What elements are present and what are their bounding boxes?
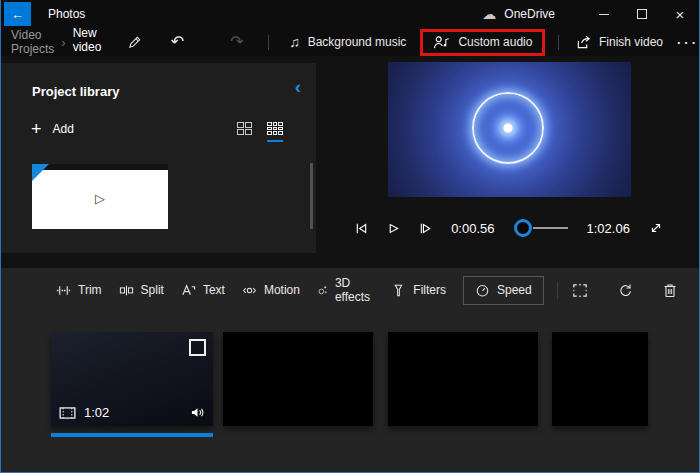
panel-scrollbar[interactable] [310, 163, 313, 229]
rename-button[interactable] [127, 35, 142, 50]
project-library-title: Project library [32, 84, 119, 99]
minimize-button[interactable] [585, 0, 623, 28]
small-grid-view-button-active[interactable] [267, 122, 283, 142]
maximize-icon [637, 9, 647, 19]
music-note-icon: ♫ [289, 35, 300, 49]
edit-toolbar: Trim Split Text Motion [56, 274, 700, 306]
onedrive-status[interactable]: ☁ OneDrive [482, 7, 555, 21]
video-preview[interactable] [388, 62, 631, 197]
undo-icon: ↶ [171, 34, 184, 50]
library-video-thumbnail[interactable]: ▷ [32, 164, 168, 229]
timeline-section: Trim Split Text Motion [1, 268, 699, 472]
motion-button[interactable]: Motion [242, 283, 300, 298]
aspect-ratio-icon [572, 283, 588, 298]
split-label: Split [141, 283, 164, 297]
minimize-icon [599, 14, 609, 15]
content-area: Project library ‹ + Add ▷ [1, 56, 699, 268]
seek-slider[interactable] [514, 219, 568, 237]
clip-info-bar: 1:02 [59, 405, 205, 420]
close-icon: × [676, 6, 685, 23]
current-time: 0:00.56 [451, 221, 494, 236]
timeline-clip-selected[interactable]: 1:02 [51, 332, 213, 426]
background-music-label: Background music [308, 35, 407, 49]
undo-button[interactable]: ↶ [171, 34, 184, 50]
fullscreen-button[interactable] [649, 221, 663, 235]
filters-icon [391, 283, 406, 298]
share-export-icon [576, 35, 591, 50]
project-library-panel: Project library ‹ + Add ▷ [1, 63, 316, 253]
split-button[interactable]: Split [119, 283, 164, 298]
clip-selection-indicator [51, 433, 213, 437]
split-icon [119, 283, 134, 298]
breadcrumb-new-video[interactable]: New video [73, 26, 104, 59]
app-title: Photos [48, 7, 85, 21]
chevron-right-icon: › [61, 35, 65, 50]
3d-effects-button[interactable]: 3D effects [317, 276, 374, 304]
titlebar: ← Photos ☁ OneDrive × [1, 0, 699, 28]
custom-audio-button-highlighted[interactable]: Custom audio [420, 29, 545, 56]
timeline-clip[interactable] [223, 332, 373, 426]
breadcrumb-video-projects[interactable]: Video Projects [11, 28, 54, 56]
speed-icon [475, 283, 490, 298]
trash-icon [663, 283, 677, 298]
play-button[interactable] [387, 222, 400, 235]
background-music-button[interactable]: ♫ Background music [289, 35, 406, 49]
add-label: Add [53, 122, 74, 136]
rotate-button[interactable] [618, 283, 633, 298]
timeline-clip[interactable] [388, 332, 538, 426]
chevron-left-icon: ‹ [295, 76, 301, 97]
text-label: Text [203, 283, 225, 297]
back-icon: ← [11, 7, 24, 22]
clip-duration: 1:02 [84, 405, 109, 420]
previous-frame-button[interactable] [355, 222, 368, 235]
finish-video-label: Finish video [599, 35, 663, 49]
play-icon [387, 222, 400, 235]
playback-controls: 0:00.56 1:02.06 [353, 212, 665, 244]
close-button[interactable]: × [661, 0, 699, 28]
view-toggles [237, 122, 283, 142]
ellipsis-icon: ··· [677, 35, 699, 50]
motion-label: Motion [264, 283, 300, 297]
delete-button[interactable] [663, 283, 677, 298]
edit-toolbar-divider [557, 282, 558, 299]
toolbar-divider [268, 35, 269, 50]
text-icon [181, 283, 196, 298]
resize-button[interactable] [572, 283, 588, 298]
speed-label: Speed [497, 283, 532, 297]
speed-button[interactable]: Speed [463, 276, 544, 305]
command-toolbar: Video Projects › New video ↶ ↷ ♫ Backgro… [1, 28, 699, 56]
person-audio-icon [433, 35, 450, 50]
light-core-graphic [504, 124, 513, 133]
see-more-button[interactable]: ··· [677, 35, 699, 50]
trim-button[interactable]: Trim [56, 283, 102, 298]
custom-audio-label: Custom audio [458, 35, 532, 49]
speaker-icon [190, 406, 205, 419]
thumbnail-top-bar [32, 164, 168, 170]
large-grid-view-button[interactable] [237, 122, 252, 142]
add-button[interactable]: + Add [31, 120, 74, 138]
back-button[interactable]: ← [4, 2, 31, 26]
selected-corner-badge [32, 164, 49, 181]
next-frame-button[interactable] [419, 222, 432, 235]
filters-button[interactable]: Filters [391, 283, 446, 298]
trim-label: Trim [78, 283, 102, 297]
slider-track[interactable] [533, 227, 568, 229]
toolbar-divider [558, 35, 559, 50]
pencil-icon [127, 35, 142, 50]
text-button[interactable]: Text [181, 283, 225, 298]
redo-icon: ↷ [230, 34, 243, 50]
onedrive-label: OneDrive [504, 7, 555, 21]
previous-frame-icon [355, 222, 368, 235]
clip-checkbox[interactable] [189, 339, 206, 356]
photos-app-window: ← Photos ☁ OneDrive × Video Projects › N… [0, 0, 700, 473]
slider-thumb[interactable] [514, 219, 532, 237]
timeline-clip[interactable] [552, 332, 648, 426]
plus-icon: + [31, 120, 42, 138]
motion-icon [242, 283, 257, 298]
finish-video-button[interactable]: Finish video [576, 35, 663, 50]
expand-icon [649, 221, 663, 235]
collapse-panel-button[interactable]: ‹ [295, 77, 301, 96]
maximize-button[interactable] [623, 0, 661, 28]
redo-button-disabled[interactable]: ↷ [230, 34, 243, 50]
play-overlay-icon: ▷ [95, 190, 105, 205]
